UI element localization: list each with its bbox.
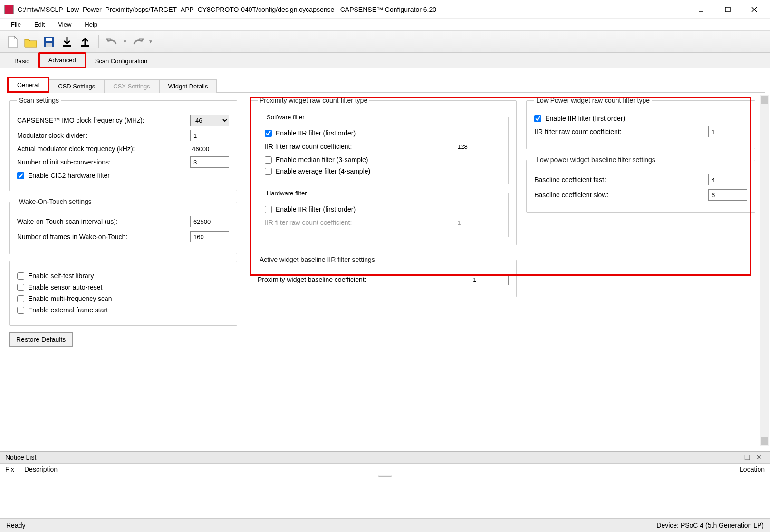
lp-baseline-legend: Low power widget baseline filter setting… xyxy=(534,156,657,164)
notice-title: Notice List xyxy=(5,454,36,461)
wake-on-touch-group: Wake-On-Touch settings Wake-on-Touch sca… xyxy=(9,198,237,254)
resize-handle-icon[interactable] xyxy=(378,475,392,477)
auto-reset-checkbox[interactable] xyxy=(17,284,24,291)
vertical-scrollbar[interactable] xyxy=(760,95,769,446)
window-controls xyxy=(688,1,768,18)
open-folder-icon[interactable] xyxy=(23,34,38,49)
new-file-icon[interactable] xyxy=(5,34,20,49)
auto-reset-label: Enable sensor auto-reset xyxy=(28,283,102,291)
avg-checkbox[interactable] xyxy=(265,168,272,175)
hw-iir-checkbox[interactable] xyxy=(265,206,272,213)
baseline-slow-label: Baseline coefficient slow: xyxy=(534,191,703,199)
actual-mod-freq-label: Actual modulator clock frequency (kHz): xyxy=(17,145,185,153)
lp-iir-coef-label: IIR filter raw count coefficient: xyxy=(534,128,703,135)
tab-advanced[interactable]: Advanced xyxy=(38,52,86,68)
tab-scan-configuration[interactable]: Scan Configuration xyxy=(86,54,157,68)
prox-baseline-label: Proximity widget baseline coefficient: xyxy=(258,276,465,283)
close-button[interactable] xyxy=(741,1,768,18)
hw-iir-label: Enable IIR filter (first order) xyxy=(276,205,356,213)
hw-iir-coef-label: IIR filter raw count coefficient: xyxy=(265,219,449,226)
cic2-checkbox[interactable] xyxy=(17,172,24,179)
svg-rect-6 xyxy=(46,43,52,47)
scroll-down-icon[interactable] xyxy=(761,437,768,445)
toolbar-separator xyxy=(98,35,99,48)
menu-view[interactable]: View xyxy=(51,19,78,30)
lp-iir-coef-input[interactable] xyxy=(708,126,747,137)
notice-close-icon[interactable]: ✕ xyxy=(753,454,765,461)
import-icon[interactable] xyxy=(59,34,75,49)
active-baseline-legend: Active widget baseline IIR filter settin… xyxy=(258,256,377,263)
wot-interval-input[interactable] xyxy=(190,216,229,227)
multi-freq-checkbox[interactable] xyxy=(17,295,24,302)
menu-help[interactable]: Help xyxy=(78,19,104,30)
subtab-widget-details[interactable]: Widget Details xyxy=(159,79,217,93)
ext-frame-label: Enable external frame start xyxy=(28,306,108,314)
notice-header: Notice List ❐ ✕ xyxy=(0,452,770,464)
status-device: Device: PSoC 4 (5th Generation LP) xyxy=(656,522,764,529)
menubar: File Edit View Help xyxy=(0,19,770,31)
lp-baseline-group: Low power widget baseline filter setting… xyxy=(526,156,755,213)
ext-frame-checkbox[interactable] xyxy=(17,307,24,314)
init-subconv-label: Number of init sub-conversions: xyxy=(17,158,185,166)
mod-div-input[interactable] xyxy=(190,130,229,141)
subtab-csd-settings[interactable]: CSD Settings xyxy=(49,79,104,93)
median-checkbox[interactable] xyxy=(265,156,272,164)
redo-icon[interactable] xyxy=(130,34,145,49)
undo-icon[interactable] xyxy=(105,34,120,49)
content-wrap: Scan settings CAPSENSE™ IMO clock freque… xyxy=(0,93,770,451)
svg-rect-8 xyxy=(81,45,89,47)
save-icon[interactable] xyxy=(41,34,57,49)
scan-settings-group: Scan settings CAPSENSE™ IMO clock freque… xyxy=(9,97,237,191)
lp-iir-checkbox[interactable] xyxy=(534,115,541,122)
cic2-label: Enable CIC2 hardware filter xyxy=(28,172,110,179)
software-filter-group: Sotfware filter Enable IIR filter (first… xyxy=(258,114,509,184)
imo-clock-select[interactable]: 46 xyxy=(190,115,229,126)
baseline-fast-input[interactable] xyxy=(708,174,747,185)
misc-options-group: Enable self-test library Enable sensor a… xyxy=(9,261,237,326)
menu-file[interactable]: File xyxy=(4,19,28,30)
prox-baseline-input[interactable] xyxy=(470,274,509,285)
wot-interval-label: Wake-on-Touch scan interval (us): xyxy=(17,218,185,225)
notice-undock-icon[interactable]: ❐ xyxy=(741,454,753,461)
avg-label: Enable average filter (4-sample) xyxy=(276,167,370,175)
subtab-general[interactable]: General xyxy=(7,77,49,93)
active-baseline-group: Active widget baseline IIR filter settin… xyxy=(250,256,517,297)
baseline-fast-label: Baseline coefficient fast: xyxy=(534,176,703,184)
main-tab-row: Basic Advanced Scan Configuration xyxy=(0,53,770,68)
window-title: C:/mtw/MSCLP_Low_Power_Proximity/bsps/TA… xyxy=(18,6,688,13)
svg-rect-7 xyxy=(63,45,71,47)
multi-freq-label: Enable multi-frequency scan xyxy=(28,295,112,302)
wot-frames-label: Number of frames in Wake-on-Touch: xyxy=(17,233,185,241)
subtab-csx-settings: CSX Settings xyxy=(104,79,159,93)
sw-iir-checkbox[interactable] xyxy=(265,130,272,137)
proximity-filter-group: Proximity widget raw count filter type S… xyxy=(250,97,517,245)
wot-legend: Wake-On-Touch settings xyxy=(17,198,94,205)
init-subconv-input[interactable] xyxy=(190,156,229,168)
scroll-up-icon[interactable] xyxy=(761,96,768,104)
self-test-checkbox[interactable] xyxy=(17,272,24,280)
sw-filter-legend: Sotfware filter xyxy=(265,114,306,121)
baseline-slow-input[interactable] xyxy=(708,189,747,201)
notice-col-location: Location xyxy=(717,465,765,473)
prox-legend: Proximity widget raw count filter type xyxy=(258,97,369,104)
sw-iir-coef-input[interactable] xyxy=(454,141,501,152)
notice-body xyxy=(0,475,770,518)
left-column: Scan settings CAPSENSE™ IMO clock freque… xyxy=(9,97,237,442)
export-icon[interactable] xyxy=(77,34,93,49)
app-icon xyxy=(4,5,14,14)
tab-basic[interactable]: Basic xyxy=(5,54,38,68)
hw-filter-legend: Hardware filter xyxy=(265,190,309,197)
lp-filter-legend: Low Power widget raw count filter type xyxy=(534,97,652,104)
status-ready: Ready xyxy=(6,522,25,529)
maximize-button[interactable] xyxy=(714,1,741,18)
svg-rect-1 xyxy=(725,7,730,12)
restore-defaults-button[interactable]: Restore Defaults xyxy=(9,332,73,347)
self-test-label: Enable self-test library xyxy=(28,272,94,280)
menu-edit[interactable]: Edit xyxy=(28,19,51,30)
minimize-button[interactable] xyxy=(688,1,714,18)
notice-col-description: Description xyxy=(24,465,717,473)
undo-dropdown-icon[interactable]: ▼ xyxy=(123,39,127,44)
right-columns: Proximity widget raw count filter type S… xyxy=(250,97,755,442)
wot-frames-input[interactable] xyxy=(190,231,229,242)
redo-dropdown-icon[interactable]: ▼ xyxy=(148,39,153,44)
